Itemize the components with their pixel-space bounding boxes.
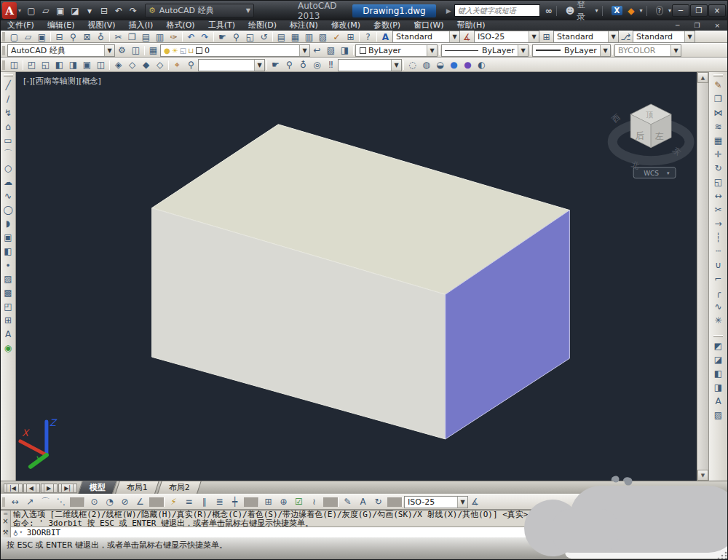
menu-insert[interactable]: 插入(I) [122,20,160,31]
toolbar-grip[interactable] [713,335,723,337]
move-button[interactable]: ✛ [711,147,725,161]
chevron-down-icon[interactable]: ▾ [596,7,598,14]
menu-format[interactable]: 格式(O) [159,20,201,31]
pan-button[interactable]: ☛ [269,60,282,71]
app-menu-caret-icon[interactable]: ▾ [18,7,21,14]
app-logo-button[interactable]: A [2,2,17,19]
qat-undo-button[interactable]: ↶ [111,4,126,17]
vs-hidden-button[interactable]: ◒ [433,60,447,71]
view-top-button[interactable]: ◰ [25,60,39,71]
cut-button[interactable]: ✂ [111,31,125,42]
vs-wireframe-button[interactable]: ◍ [419,60,433,71]
workspace-settings-button[interactable]: ⚙ [115,45,129,56]
scroll-down-button[interactable]: ▼ [697,470,708,481]
open-button[interactable]: ▱ [21,31,35,42]
copy-button[interactable]: ❐ [711,92,725,106]
zoom-named-button[interactable]: ⚲ [184,60,198,71]
construction-line-button[interactable]: ∕ [1,92,15,106]
zoom-button[interactable]: ⚲ [282,60,296,71]
scroll-up-button[interactable]: ▲ [697,72,708,83]
circle-button[interactable]: ○ [1,161,15,175]
tab-nav-button[interactable]: ◀ [23,484,40,493]
arc-button[interactable]: ⌒ [1,147,15,161]
wcs-select[interactable]: WCS ▾ [633,167,676,178]
table-button[interactable]: ⊞ [1,313,15,327]
offset-button[interactable]: ≋ [711,119,725,133]
view-front-button[interactable]: ▣ [80,60,94,71]
workspace-select[interactable]: AutoCAD 经典▼ [7,44,115,57]
send-under-button[interactable]: ◨ [711,380,725,394]
insert-block-button[interactable]: ▣ [1,230,15,244]
view-left-button[interactable]: ◧ [52,60,66,71]
gradient-button[interactable]: ▩ [1,285,15,299]
match-properties-button[interactable]: ✑ [167,31,181,42]
tool-palettes-button[interactable]: ▥ [302,31,316,42]
toolbar-grip[interactable] [713,74,723,76]
view-right-button[interactable]: ◨ [66,60,80,71]
dim-tolerance-button[interactable]: ⊞ [261,497,276,508]
break-at-point-button[interactable]: ┆ [711,230,725,244]
rectangle-button[interactable]: ▭ [1,133,15,147]
named-views-button[interactable]: ◫ [7,60,21,71]
tab-model[interactable]: 模型 [78,481,117,494]
help-button[interactable]: ? [656,6,663,15]
layer-properties-button[interactable]: ▦ [146,45,160,56]
menu-tools[interactable]: 工具(T) [202,20,242,31]
tab-nav-button[interactable]: ▶| [58,484,77,493]
new-button[interactable]: ▢ [7,31,21,42]
command-close-button[interactable]: × [2,517,8,525]
send-to-back-button[interactable]: ◪ [711,352,725,366]
steering-wheel-button[interactable]: ◎ [310,60,324,71]
draw-extra-button[interactable]: ◉ [1,341,15,355]
revision-cloud-button[interactable]: ☁ [1,175,15,189]
tab-nav-button[interactable]: |◀ [4,484,23,493]
plot-preview-button[interactable]: ⚲ [66,31,80,42]
view-ne-isometric-button[interactable]: ◆ [139,60,153,71]
dim-style-manager-button[interactable]: ∡ [468,497,482,508]
text-style-select[interactable]: Standard▼ [392,31,460,43]
blend-curves-button[interactable]: ∿ [711,299,725,313]
zoom-window-button[interactable]: ◱ [243,31,257,42]
plot-button[interactable]: ⊟ [52,31,66,42]
menu-help[interactable]: 帮助(H) [451,20,492,31]
zoom-realtime-button[interactable]: ⚲ [229,31,243,42]
properties-button[interactable]: ▤ [274,31,288,42]
command-input-text[interactable]: 3DORBIT [27,528,60,537]
minimize-button[interactable]: ─ [672,4,689,17]
view-back-button[interactable]: ◫ [94,60,108,71]
view-nw-isometric-button[interactable]: ◇ [153,60,167,71]
dim-quick-button[interactable]: ⚡ [166,497,181,508]
vs-2d-wireframe-button[interactable]: ◌ [405,60,419,71]
viewcube-front-label[interactable]: 后 [635,130,644,141]
qat-more-dropdown[interactable]: ▾ [82,4,97,17]
dim-angular-button[interactable]: ∠ [132,497,148,508]
dim-text-edit-button[interactable]: A [355,497,371,508]
point-button[interactable]: ∙ [1,258,15,272]
dim-jogged-button[interactable]: ◔ [102,497,117,508]
menu-dimension[interactable]: 标注(N) [283,20,325,31]
dim-ordinate-button[interactable]: ⋱ [53,497,68,508]
my-workspace-button[interactable]: ◫ [129,45,143,56]
scale-button[interactable]: ◱ [711,175,725,189]
box-solid[interactable] [152,125,570,439]
menu-view[interactable]: 视图(V) [81,20,122,31]
toolbar-grip[interactable] [2,46,5,55]
ellipse-arc-button[interactable]: ◗ [1,216,15,230]
tab-layout1[interactable]: 布局1 [115,481,159,494]
viewport-controls-label[interactable]: [-][西南等轴测][概念] [23,76,101,87]
spline-button[interactable]: ∿ [1,189,15,202]
toolbar-grip[interactable] [2,60,5,70]
vs-manager-button[interactable]: ◐ [475,60,488,71]
wrench-icon[interactable]: ⚒ [2,529,8,536]
multiline-text-button[interactable]: A [1,327,15,341]
view-bottom-button[interactable]: ◱ [39,60,52,71]
quickcalc-button[interactable]: ⊞ [344,31,357,42]
stretch-button[interactable]: ↔ [711,189,725,202]
create-block-button[interactable]: ◧ [1,244,15,258]
vs-realistic-button[interactable]: ● [447,60,461,71]
text-to-front-button[interactable]: A [711,394,725,408]
menu-modify[interactable]: 修改(M) [325,20,367,31]
dim-baseline-button[interactable]: ≡ [181,497,197,508]
visual-style-select[interactable]: ▼ [338,59,402,71]
menu-draw[interactable]: 绘图(D) [242,20,283,31]
